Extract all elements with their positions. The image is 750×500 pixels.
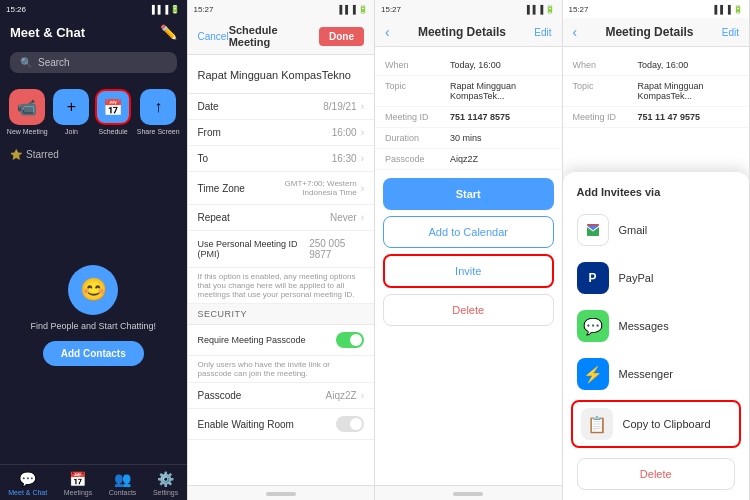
s4-topic-value: Rapat Mingguan KompasTek...	[638, 81, 740, 101]
nav-meetings[interactable]: 📅 Meetings	[64, 471, 92, 496]
schedule-action[interactable]: 📅 Schedule	[95, 89, 131, 135]
pmi-desc: If this option is enabled, any meeting o…	[188, 268, 375, 304]
from-chevron: ›	[361, 127, 364, 138]
s4-edit-button[interactable]: Edit	[722, 27, 739, 38]
s3-topic-value: Rapat Mingguan KompasTek...	[450, 81, 552, 101]
new-meeting-action[interactable]: 📹 New Meeting	[7, 89, 48, 135]
s3-actions: Start Add to Calendar Invite Delete	[375, 170, 562, 334]
status-icons-s4: ▐▐ ▐ 🔋	[712, 5, 743, 14]
status-time-s2: 15:27	[194, 5, 214, 14]
screen-meet-chat: 15:26 ▐▐ ▐ 🔋 Meet & Chat ✏️ 🔍 Search 📹 N…	[0, 0, 188, 500]
s4-header: ‹ Meeting Details Edit	[563, 18, 750, 47]
s1-main-content: 😊 Find People and Start Chatting! Add Co…	[0, 166, 187, 464]
messages-option[interactable]: 💬 Messages	[563, 302, 750, 350]
s3-duration-label: Duration	[385, 133, 450, 143]
repeat-row[interactable]: Repeat Never ›	[188, 205, 375, 231]
date-row[interactable]: Date 8/19/21 ›	[188, 94, 375, 120]
repeat-value: Never ›	[330, 212, 364, 223]
s3-duration-row: Duration 30 mins	[375, 128, 562, 149]
s4-meeting-id-row: Meeting ID 751 11 47 9575	[563, 107, 750, 128]
search-box[interactable]: 🔍 Search	[10, 52, 177, 73]
paypal-icon: P	[577, 262, 609, 294]
topic-input[interactable]	[198, 69, 365, 81]
nav-settings[interactable]: ⚙️ Settings	[153, 471, 178, 496]
add-contacts-button[interactable]: Add Contacts	[43, 341, 144, 366]
waiting-room-toggle[interactable]	[336, 416, 364, 432]
s3-topic-row: Topic Rapat Mingguan KompasTek...	[375, 76, 562, 107]
contacts-icon: 👥	[114, 471, 131, 487]
schedule-icon: 📅	[95, 89, 131, 125]
paypal-label: PayPal	[619, 272, 654, 284]
overlay-title: Add Invitees via	[563, 182, 750, 206]
s3-passcode-label: Passcode	[385, 154, 450, 164]
repeat-chevron: ›	[361, 212, 364, 223]
nav-meet-chat[interactable]: 💬 Meet & Chat	[8, 471, 47, 496]
start-meeting-button[interactable]: Start	[383, 178, 554, 210]
s3-meeting-id-label: Meeting ID	[385, 112, 450, 122]
back-button[interactable]: ‹	[385, 24, 390, 40]
topic-input-container	[188, 55, 375, 94]
search-placeholder: Search	[38, 57, 70, 68]
share-screen-label: Share Screen	[137, 128, 180, 135]
waiting-room-row[interactable]: Enable Waiting Room	[188, 409, 375, 440]
status-icons-s1: ▐▐ ▐ 🔋	[149, 5, 180, 14]
to-row[interactable]: To 16:30 ›	[188, 146, 375, 172]
messages-icon: 💬	[577, 310, 609, 342]
passcode-toggle[interactable]	[336, 332, 364, 348]
screen-meeting-details: 15:27 ▐▐ ▐ 🔋 ‹ Meeting Details Edit When…	[375, 0, 563, 500]
gmail-label: Gmail	[619, 224, 648, 236]
schedule-label: Schedule	[99, 128, 128, 135]
passcode-chevron: ›	[361, 390, 364, 401]
date-value: 8/19/21 ›	[323, 101, 364, 112]
s4-header-title: Meeting Details	[605, 25, 693, 39]
share-screen-action[interactable]: ↑ Share Screen	[137, 89, 180, 135]
status-time-s4: 15:27	[569, 5, 589, 14]
gmail-icon	[577, 214, 609, 246]
add-to-calendar-button[interactable]: Add to Calendar	[383, 216, 554, 248]
messenger-option[interactable]: ⚡ Messenger	[563, 350, 750, 398]
from-label: From	[198, 127, 221, 138]
new-meeting-label: New Meeting	[7, 128, 48, 135]
s4-topic-label: Topic	[573, 81, 638, 101]
copy-to-clipboard-option[interactable]: 📋 Copy to Clipboard	[571, 400, 742, 448]
passcode-desc: Only users who have the invite link or p…	[188, 356, 375, 383]
meet-chat-icon: 💬	[19, 471, 36, 487]
done-button[interactable]: Done	[319, 27, 364, 46]
cancel-button[interactable]: Cancel	[198, 31, 229, 42]
join-icon: +	[53, 89, 89, 125]
edit-icon[interactable]: ✏️	[160, 24, 177, 40]
s4-back-button[interactable]: ‹	[573, 24, 578, 40]
passcode-value-row[interactable]: Passcode Aiqz2Z ›	[188, 383, 375, 409]
overlay-delete-button[interactable]: Delete	[577, 458, 736, 490]
s4-when-row: When Today, 16:00	[563, 55, 750, 76]
s4-when-value: Today, 16:00	[638, 60, 740, 70]
s1-quick-actions: 📹 New Meeting + Join 📅 Schedule ↑ Share …	[0, 81, 187, 143]
s1-title: Meet & Chat	[10, 25, 85, 40]
s3-header: ‹ Meeting Details Edit	[375, 18, 562, 47]
paypal-option[interactable]: P PayPal	[563, 254, 750, 302]
s3-when-label: When	[385, 60, 450, 70]
edit-button[interactable]: Edit	[534, 27, 551, 38]
delete-meeting-button[interactable]: Delete	[383, 294, 554, 326]
s3-meeting-id-row: Meeting ID 751 1147 8575	[375, 107, 562, 128]
to-label: To	[198, 153, 209, 164]
from-value: 16:00 ›	[332, 127, 364, 138]
timezone-label: Time Zone	[198, 183, 245, 194]
from-row[interactable]: From 16:00 ›	[188, 120, 375, 146]
s4-meeting-id-label: Meeting ID	[573, 112, 638, 122]
status-bar-s1: 15:26 ▐▐ ▐ 🔋	[0, 0, 187, 18]
gmail-option[interactable]: Gmail	[563, 206, 750, 254]
passcode-toggle-row[interactable]: Require Meeting Passcode	[188, 325, 375, 356]
pmi-value: 250 005 9877	[309, 238, 364, 260]
s3-body: When Today, 16:00 Topic Rapat Mingguan K…	[375, 47, 562, 485]
new-meeting-icon: 📹	[9, 89, 45, 125]
nav-indicator	[266, 492, 296, 496]
join-action[interactable]: + Join	[53, 89, 89, 135]
nav-contacts[interactable]: 👥 Contacts	[109, 471, 137, 496]
settings-icon: ⚙️	[157, 471, 174, 487]
invite-button[interactable]: Invite	[383, 254, 554, 288]
meetings-nav-label: Meetings	[64, 489, 92, 496]
s2-bottom-nav	[188, 485, 375, 500]
pmi-row[interactable]: Use Personal Meeting ID (PMI) 250 005 98…	[188, 231, 375, 268]
timezone-row[interactable]: Time Zone GMT+7:00; Western Indonesia Ti…	[188, 172, 375, 205]
